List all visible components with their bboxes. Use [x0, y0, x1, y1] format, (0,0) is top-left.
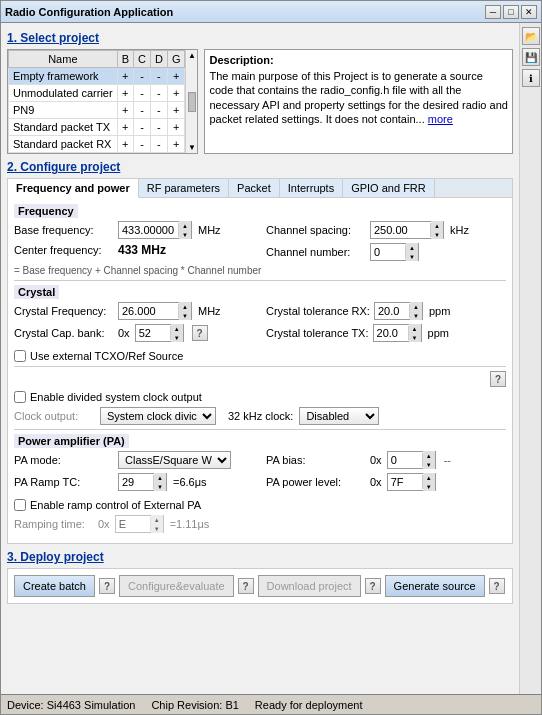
pa-power-up[interactable]: ▲: [423, 473, 435, 482]
save-button[interactable]: 💾: [522, 48, 540, 66]
pa-bias-up[interactable]: ▲: [423, 451, 435, 460]
crystal-freq-row: Crystal Frequency: 26.000 ▲ ▼ MHz: [14, 302, 254, 320]
tolerance-tx-down[interactable]: ▼: [409, 333, 421, 342]
base-freq-up[interactable]: ▲: [179, 221, 191, 230]
pa-bias-spinner[interactable]: 0 ▲ ▼: [387, 451, 436, 469]
tcxo-row: Use external TCXO/Ref Source: [14, 350, 506, 362]
pa-mode-select[interactable]: ClassE/Square W: [118, 451, 231, 469]
base-freq-down[interactable]: ▼: [179, 230, 191, 239]
cap-bank-help[interactable]: ?: [192, 325, 208, 341]
crystal-freq-spin-btns[interactable]: ▲ ▼: [179, 302, 191, 320]
pa-ramp-tc-down[interactable]: ▼: [154, 482, 166, 491]
channel-number-label: Channel number:: [266, 246, 366, 258]
table-row[interactable]: Unmodulated carrier + - - +: [9, 85, 185, 102]
ramp-time-unit: =1.11μs: [170, 518, 210, 530]
channel-number-spinner[interactable]: 0 ▲ ▼: [370, 243, 419, 261]
ramp-control-checkbox[interactable]: [14, 499, 26, 511]
crystal-freq-up[interactable]: ▲: [179, 302, 191, 311]
row-name: Unmodulated carrier: [9, 85, 118, 102]
configure-section: Frequency and power RF parameters Packet…: [7, 178, 513, 544]
channel-spacing-down[interactable]: ▼: [431, 230, 443, 239]
pa-bias-down[interactable]: ▼: [423, 460, 435, 469]
configure-help[interactable]: ?: [238, 578, 254, 594]
open-button[interactable]: 📂: [522, 27, 540, 45]
tab-rf[interactable]: RF parameters: [139, 179, 229, 197]
channel-number-spin-btns[interactable]: ▲ ▼: [406, 243, 418, 261]
download-project-button[interactable]: Download project: [258, 575, 361, 597]
crystal-left1: Crystal Frequency: 26.000 ▲ ▼ MHz: [14, 302, 254, 324]
pa-power-down[interactable]: ▼: [423, 482, 435, 491]
cap-bank-spin-btns[interactable]: ▲ ▼: [171, 324, 183, 342]
table-row[interactable]: Standard packet RX + - - +: [9, 136, 185, 153]
generate-help[interactable]: ?: [489, 578, 505, 594]
row-c: -: [134, 85, 151, 102]
tolerance-tx-spin-btns[interactable]: ▲ ▼: [409, 324, 421, 342]
table-row[interactable]: Standard packet TX + - - +: [9, 119, 185, 136]
tolerance-rx-spinner[interactable]: 20.0 ▲ ▼: [374, 302, 423, 320]
row-d: -: [150, 85, 167, 102]
tolerance-tx-up[interactable]: ▲: [409, 324, 421, 333]
ramp-time-spin-btns[interactable]: ▲ ▼: [151, 515, 163, 533]
cap-bank-row: Crystal Cap. bank: 0x 52 ▲ ▼ ?: [14, 324, 254, 342]
cap-bank-down[interactable]: ▼: [171, 333, 183, 342]
crystal-freq-label: Crystal Frequency:: [14, 305, 114, 317]
freq-right: Channel spacing: 250.00 ▲ ▼ kHz: [266, 221, 506, 243]
pa-ramp-tc-spinner[interactable]: 29 ▲ ▼: [118, 473, 167, 491]
maximize-button[interactable]: □: [503, 5, 519, 19]
tolerance-rx-spin-btns[interactable]: ▲ ▼: [410, 302, 422, 320]
create-batch-help[interactable]: ?: [99, 578, 115, 594]
crystal-freq-down[interactable]: ▼: [179, 311, 191, 320]
create-batch-button[interactable]: Create batch: [14, 575, 95, 597]
clock-output-select[interactable]: System clock divic: [100, 407, 216, 425]
ramp-time-spinner[interactable]: E ▲ ▼: [115, 515, 164, 533]
cap-bank-up[interactable]: ▲: [171, 324, 183, 333]
channel-spacing-spinner[interactable]: 250.00 ▲ ▼: [370, 221, 444, 239]
channel-spacing-spin-btns[interactable]: ▲ ▼: [431, 221, 443, 239]
pa-ramp-tc-up[interactable]: ▲: [154, 473, 166, 482]
ramp-time-value: E: [116, 517, 151, 531]
more-link[interactable]: more: [428, 113, 453, 125]
clock-divided-checkbox[interactable]: [14, 391, 26, 403]
tab-packet[interactable]: Packet: [229, 179, 280, 197]
row-g: +: [167, 136, 185, 153]
pa-power-row: PA power level: 0x 7F ▲ ▼: [266, 473, 506, 491]
cap-bank-spinner[interactable]: 52 ▲ ▼: [135, 324, 184, 342]
pa-power-spin-btns[interactable]: ▲ ▼: [423, 473, 435, 491]
tcxo-checkbox[interactable]: [14, 350, 26, 362]
channel-number-down[interactable]: ▼: [406, 252, 418, 261]
base-freq-spinner[interactable]: 433.00000 ▲ ▼: [118, 221, 192, 239]
minimize-button[interactable]: ─: [485, 5, 501, 19]
base-freq-spin-btns[interactable]: ▲ ▼: [179, 221, 191, 239]
tab-interrupts[interactable]: Interrupts: [280, 179, 343, 197]
tolerance-tx-spinner[interactable]: 20.0 ▲ ▼: [373, 324, 422, 342]
table-scrollbar[interactable]: ▲ ▼: [185, 50, 197, 153]
tolerance-rx-down[interactable]: ▼: [410, 311, 422, 320]
clock-32k-select[interactable]: Disabled: [299, 407, 379, 425]
download-help[interactable]: ?: [365, 578, 381, 594]
channel-spacing-up[interactable]: ▲: [431, 221, 443, 230]
info-button[interactable]: ℹ: [522, 69, 540, 87]
pa-row2: PA Ramp TC: 29 ▲ ▼ =6.6μs: [14, 473, 506, 495]
channel-number-up[interactable]: ▲: [406, 243, 418, 252]
ramp-time-up[interactable]: ▲: [151, 515, 163, 524]
clock-help-btn[interactable]: ?: [490, 371, 506, 387]
channel-number-value: 0: [371, 245, 406, 259]
cap-bank-value: 52: [136, 326, 171, 340]
tab-gpio[interactable]: GPIO and FRR: [343, 179, 435, 197]
pa-bias-value: 0: [388, 453, 423, 467]
tab-frequency[interactable]: Frequency and power: [8, 179, 139, 198]
status-bar: Device: Si4463 Simulation Chip Revision:…: [1, 694, 541, 714]
close-button[interactable]: ✕: [521, 5, 537, 19]
pa-ramp-tc-spin-btns[interactable]: ▲ ▼: [154, 473, 166, 491]
generate-source-button[interactable]: Generate source: [385, 575, 485, 597]
ramp-time-down[interactable]: ▼: [151, 524, 163, 533]
table-row[interactable]: PN9 + - - +: [9, 102, 185, 119]
cap-bank-prefix: 0x: [118, 327, 130, 339]
configure-evaluate-button[interactable]: Configure&evaluate: [119, 575, 234, 597]
crystal-freq-spinner[interactable]: 26.000 ▲ ▼: [118, 302, 192, 320]
tolerance-rx-up[interactable]: ▲: [410, 302, 422, 311]
crystal-left2: Crystal Cap. bank: 0x 52 ▲ ▼ ?: [14, 324, 254, 346]
pa-power-spinner[interactable]: 7F ▲ ▼: [387, 473, 436, 491]
table-row[interactable]: Empty framework + - - +: [9, 68, 185, 85]
pa-bias-spin-btns[interactable]: ▲ ▼: [423, 451, 435, 469]
